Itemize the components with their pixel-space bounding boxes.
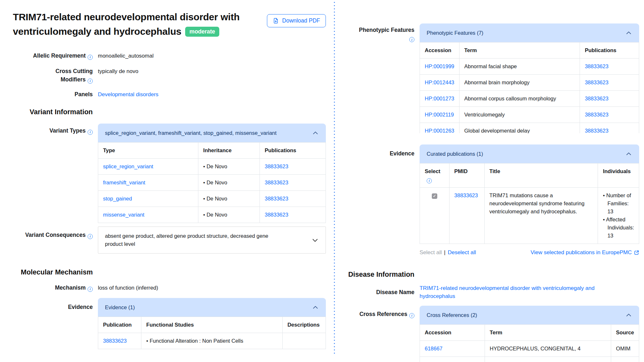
- deselect-all-link[interactable]: Deselect all: [448, 249, 476, 255]
- variant-type-link[interactable]: missense_variant: [103, 212, 144, 218]
- info-icon[interactable]: [88, 287, 93, 292]
- download-pdf-label: Download PDF: [282, 17, 320, 24]
- curated-publications-table: Select PMID Title Individuals 38833623 T…: [420, 163, 639, 244]
- individuals-item: Number of Families: 13: [603, 191, 634, 216]
- column-header-publications: Publications: [580, 42, 639, 59]
- functional-studies-value: Functional Alteration : Non Patient Cell…: [146, 337, 277, 345]
- column-header-select: Select: [420, 163, 450, 188]
- chevron-down-icon[interactable]: [311, 237, 319, 244]
- variant-types-panel-header[interactable]: splice_region_variant, frameshift_varian…: [98, 124, 326, 142]
- molecular-mechanism-heading: Molecular Mechanism: [13, 268, 93, 276]
- info-icon[interactable]: [409, 313, 414, 318]
- term-value: Abnormal brain morphology: [459, 75, 580, 91]
- column-header-source: Source: [611, 325, 639, 341]
- inheritance-value: De Novo: [203, 162, 255, 171]
- inheritance-value: De Novo: [203, 179, 255, 187]
- panels-value: Developmental disorders: [98, 90, 326, 98]
- publication-select-checkbox[interactable]: [432, 193, 437, 199]
- column-header-publication: Publication: [98, 317, 141, 333]
- info-icon[interactable]: [88, 234, 93, 239]
- variant-type-link[interactable]: splice_region_variant: [103, 163, 153, 169]
- hpo-accession-link[interactable]: HP:0001263: [425, 128, 454, 133]
- mechanism-evidence-row: Evidence Evidence (1) Publication Functi…: [13, 298, 326, 349]
- publication-link[interactable]: 38833623: [585, 96, 608, 101]
- variant-types-row: Variant Types splice_region_variant, fra…: [13, 123, 326, 223]
- term-value: Abnormal facial shape: [459, 59, 580, 75]
- europepmc-link[interactable]: View selected publications in EuropePMC: [531, 248, 639, 256]
- publication-link[interactable]: 38833623: [585, 79, 608, 85]
- disease-name-label: Disease Name: [348, 284, 414, 296]
- term-value: Abnormal corpus callosum morphology: [459, 91, 580, 107]
- chevron-up-icon[interactable]: [625, 312, 632, 319]
- publication-link[interactable]: 38833623: [585, 128, 608, 133]
- table-row: missense_variant De Novo 38833623: [98, 207, 326, 223]
- cross-reference-accession-link[interactable]: 618667: [425, 346, 442, 351]
- variant-type-link[interactable]: frameshift_variant: [103, 180, 145, 185]
- allelic-requirement-row: Allelic Requirement monoallelic_autosoma…: [13, 51, 326, 60]
- mechanism-evidence-panel: Evidence (1) Publication Functional Stud…: [98, 298, 326, 349]
- variant-types-panel: splice_region_variant, frameshift_varian…: [98, 123, 326, 223]
- hpo-accession-link[interactable]: HP:0001273: [425, 96, 454, 101]
- table-row: 38833623 Functional Alteration : Non Pat…: [98, 333, 326, 349]
- info-icon[interactable]: [88, 55, 93, 60]
- variant-types-table: Type Inheritance Publications splice_reg…: [98, 142, 326, 223]
- mechanism-evidence-table: Publication Functional Studies Descripti…: [98, 317, 326, 349]
- column-header-accession: Accession: [420, 325, 485, 341]
- info-icon[interactable]: [88, 130, 93, 135]
- table-row: 38833623 TRIM71 mutations cause a neurod…: [420, 188, 639, 244]
- mechanism-evidence-label: Evidence: [13, 298, 93, 311]
- publication-link[interactable]: 38833623: [585, 112, 608, 117]
- chevron-up-icon[interactable]: [312, 304, 319, 311]
- column-header-type: Type: [98, 143, 198, 159]
- publication-link[interactable]: 38833623: [585, 63, 608, 69]
- cross-cutting-modifiers-row: Cross Cutting Modifiers typically de nov…: [13, 67, 326, 84]
- page-header: TRIM71-related neurodevelopmental disord…: [13, 10, 326, 39]
- variant-type-link[interactable]: stop_gained: [103, 196, 132, 201]
- cross-references-table: Accession Term Source 618667 HYDROCEPHAL…: [420, 324, 639, 362]
- info-icon[interactable]: [427, 178, 432, 183]
- hpo-accession-link[interactable]: HP:0012443: [425, 79, 454, 85]
- variant-consequences-value: absent gene product, altered gene produc…: [105, 232, 285, 248]
- chevron-up-icon[interactable]: [312, 130, 319, 136]
- column-header-title: Title: [484, 163, 598, 188]
- publication-link[interactable]: 38833623: [265, 212, 288, 218]
- mechanism-row: Mechanism loss of function (inferred): [13, 283, 326, 292]
- column-header-inheritance: Inheritance: [198, 143, 260, 159]
- phenotypic-features-panel-header[interactable]: Phenotypic Features (7): [420, 23, 639, 42]
- panel-link-developmental-disorders[interactable]: Developmental disorders: [98, 91, 158, 97]
- source-value: OMIM: [611, 341, 639, 357]
- publication-link[interactable]: 38833623: [265, 196, 288, 201]
- publication-link[interactable]: 38833623: [103, 338, 127, 344]
- table-row: frameshift_variant De Novo 38833623: [98, 175, 326, 191]
- download-pdf-button[interactable]: Download PDF: [267, 14, 326, 27]
- variant-consequences-collapsed-panel[interactable]: absent gene product, altered gene produc…: [98, 227, 326, 254]
- curated-publications-panel-header[interactable]: Curated publications (1): [420, 144, 639, 163]
- term-value: Ventriculomegaly: [459, 107, 580, 123]
- column-header-individuals: Individuals: [598, 163, 639, 188]
- variant-consequences-row: Variant Consequences absent gene product…: [13, 226, 326, 254]
- phenotypic-features-panel-title: Phenotypic Features (7): [427, 29, 483, 37]
- pmid-link[interactable]: 38833623: [454, 192, 478, 198]
- info-icon[interactable]: [409, 37, 414, 42]
- column-header-descriptions: Descriptions: [282, 317, 326, 333]
- mechanism-evidence-panel-header[interactable]: Evidence (1): [98, 298, 326, 317]
- select-all-link[interactable]: Select all: [420, 249, 442, 255]
- hpo-accession-link[interactable]: HP:0001999: [425, 63, 454, 69]
- table-row: HP:0012443 Abnormal brain morphology 388…: [420, 75, 639, 91]
- cross-references-panel-header[interactable]: Cross References (2): [420, 306, 639, 324]
- chevron-up-icon[interactable]: [625, 30, 632, 36]
- info-icon[interactable]: [88, 79, 93, 84]
- publication-link[interactable]: 38833623: [265, 163, 288, 169]
- disease-name-link[interactable]: TRIM71-related neurodevelopmental disord…: [420, 285, 594, 299]
- phenotypic-features-label: Phenotypic Features: [348, 23, 414, 42]
- publication-link[interactable]: 38833623: [265, 180, 288, 185]
- variant-types-summary: splice_region_variant, frameshift_varian…: [105, 129, 277, 137]
- table-row: HP:0001273 Abnormal corpus callosum morp…: [420, 91, 639, 107]
- term-value: hydrocephalus, congenital communicating,…: [485, 357, 611, 362]
- table-header-row: Select PMID Title Individuals: [420, 163, 639, 188]
- column-header-accession: Accession: [420, 42, 459, 59]
- hpo-accession-link[interactable]: HP:0002119: [425, 112, 454, 117]
- chevron-up-icon[interactable]: [625, 151, 632, 157]
- term-value: HYDROCEPHALUS, CONGENITAL, 4: [485, 341, 611, 357]
- phenotypic-features-scroll-area[interactable]: Accession Term Publications HP:0001999 A…: [420, 42, 639, 133]
